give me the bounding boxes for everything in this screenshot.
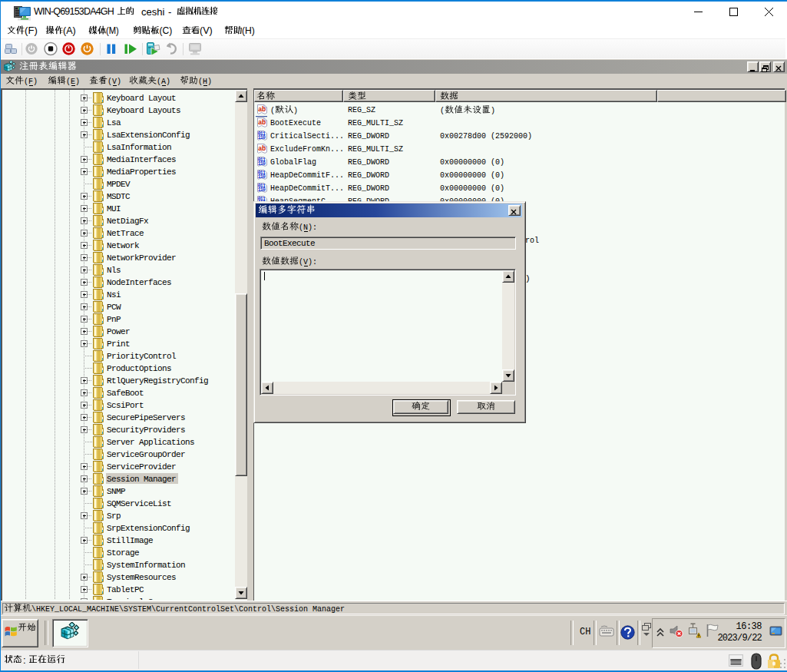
svg-text:ab: ab	[258, 144, 266, 152]
svg-text:110: 110	[258, 161, 266, 167]
svg-text:ab: ab	[258, 105, 266, 113]
svg-text:110: 110	[258, 135, 266, 141]
svg-text:REG_DWORD: REG_DWORD	[348, 170, 389, 180]
svg-text:): )	[491, 106, 495, 115]
svg-text:REG_MULTI_SZ: REG_MULTI_SZ	[348, 118, 403, 127]
svg-text:110: 110	[258, 174, 266, 180]
svg-text:BootExecute: BootExecute	[270, 118, 321, 127]
svg-text:REG_DWORD: REG_DWORD	[348, 131, 389, 141]
svg-text:HeapDeCommitT...: HeapDeCommitT...	[270, 184, 344, 193]
svg-text:(N):: (N):	[299, 223, 317, 232]
svg-text:CriticalSecti...: CriticalSecti...	[270, 131, 344, 141]
svg-text:0x00278d00 (2592000): 0x00278d00 (2592000)	[440, 131, 532, 141]
svg-text:REG_DWORD: REG_DWORD	[348, 157, 389, 167]
svg-text:): )	[293, 106, 298, 115]
svg-text:\HKEY_LOCAL_MACHINE\SYSTEM\Cur: \HKEY_LOCAL_MACHINE\SYSTEM\CurrentContro…	[31, 604, 345, 614]
svg-text:REG_SZ: REG_SZ	[348, 105, 375, 114]
svg-text:(: (	[270, 106, 275, 115]
svg-text:0x00000000 (0): 0x00000000 (0)	[440, 157, 504, 167]
svg-text:REG_MULTI_SZ: REG_MULTI_SZ	[348, 144, 403, 154]
svg-text:0x00000000 (0): 0x00000000 (0)	[440, 184, 504, 193]
svg-text:0x00000000 (0): 0x00000000 (0)	[440, 170, 504, 180]
svg-text:(: (	[440, 106, 445, 115]
svg-text:HeapDeCommitF...: HeapDeCommitF...	[270, 170, 344, 180]
svg-text:rol: rol	[525, 236, 539, 245]
svg-text:110: 110	[258, 187, 266, 193]
svg-text:(V):: (V):	[299, 257, 317, 266]
svg-text:ExcludeFromKn...: ExcludeFromKn...	[270, 144, 344, 154]
svg-text:GlobalFlag: GlobalFlag	[270, 157, 316, 167]
svg-text:ab: ab	[258, 118, 266, 126]
svg-text:REG_DWORD: REG_DWORD	[348, 184, 389, 193]
